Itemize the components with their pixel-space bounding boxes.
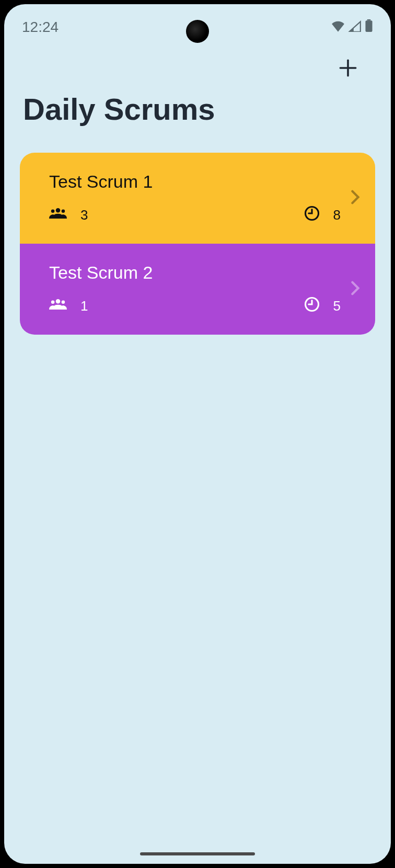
duration-stat: 8 (304, 205, 341, 225)
svg-rect-0 (367, 19, 371, 20)
attendee-stat: 3 (49, 207, 304, 224)
attendee-count: 1 (80, 298, 88, 314)
scrum-card[interactable]: Test Scrum 1 3 8 (20, 153, 375, 244)
svg-point-8 (56, 299, 61, 304)
duration-value: 8 (333, 207, 341, 223)
nav-handle[interactable] (140, 852, 255, 855)
people-icon (49, 298, 67, 315)
svg-point-5 (51, 209, 55, 213)
duration-value: 5 (333, 298, 341, 314)
cell-signal-icon (348, 19, 362, 36)
plus-icon (336, 73, 359, 81)
toolbar (4, 41, 391, 86)
svg-point-4 (56, 208, 61, 213)
svg-point-6 (62, 209, 65, 213)
duration-stat: 5 (304, 296, 341, 316)
clock-icon (304, 296, 320, 316)
svg-point-9 (51, 300, 55, 304)
camera-notch (186, 20, 209, 43)
status-time: 12:24 (22, 19, 59, 36)
add-button[interactable] (336, 56, 359, 81)
attendee-stat: 1 (49, 298, 304, 315)
scrum-title: Test Scrum 1 (49, 172, 341, 192)
scrum-title: Test Scrum 2 (49, 262, 341, 283)
battery-icon (365, 19, 373, 36)
clock-icon (304, 205, 320, 225)
people-icon (49, 207, 67, 224)
wifi-icon (331, 19, 345, 36)
attendee-count: 3 (80, 207, 88, 223)
status-indicators (331, 19, 373, 36)
chevron-right-icon (341, 190, 361, 207)
page-title: Daily Scrums (4, 92, 391, 127)
scrum-list: Test Scrum 1 3 8 (20, 153, 375, 335)
svg-rect-1 (365, 20, 372, 32)
scrum-card[interactable]: Test Scrum 2 1 5 (20, 244, 375, 335)
svg-point-10 (62, 300, 65, 304)
chevron-right-icon (341, 281, 361, 298)
